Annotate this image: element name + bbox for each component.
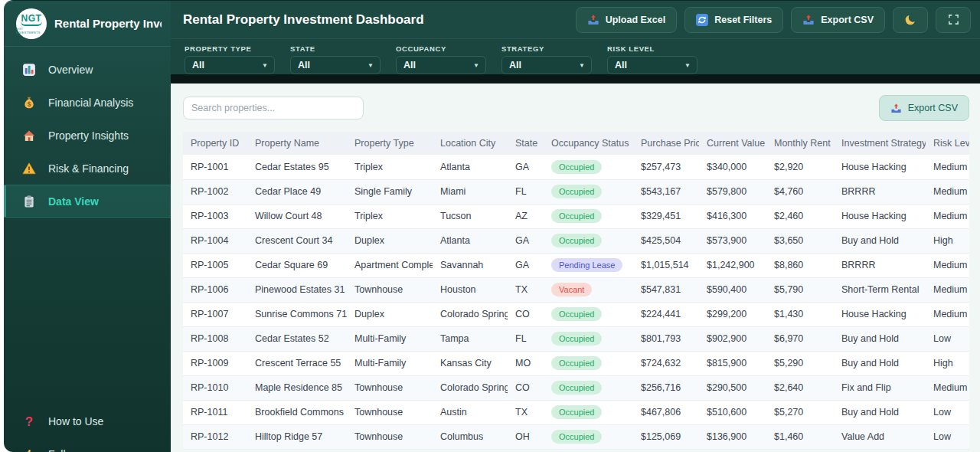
status-badge: Occupied (551, 307, 602, 321)
status-badge: Occupied (551, 185, 602, 198)
sidebar-item-follow[interactable]: Follow (4, 437, 171, 452)
table-cell: RP-1005 (183, 253, 247, 277)
filter-property-type-select[interactable]: All▼ (185, 56, 275, 74)
filter-risk-level-select[interactable]: All▼ (607, 56, 697, 74)
table-cell: Low (926, 400, 969, 424)
table-row: RP-1012Hilltop Ridge 57TownhouseColumbus… (183, 424, 969, 449)
table-cell: Townhouse (347, 424, 433, 449)
occupancy-status-cell: Occupied (544, 155, 633, 179)
table-cell: RP-1003 (183, 204, 247, 228)
table-cell: GA (508, 228, 544, 253)
chevron-down-icon: ▼ (368, 62, 374, 69)
table-cell: $257,473 (633, 155, 699, 179)
filter-risk-level: RISK LEVELAll▼ (607, 42, 697, 74)
table-cell: Buy and Hold (834, 400, 926, 424)
table-cell: GA (508, 155, 544, 179)
table-cell: Crescent Court 34 (247, 228, 347, 253)
table-cell: Colorado Springs (433, 375, 508, 400)
sidebar-item-financial-analysis[interactable]: $Financial Analysis (4, 86, 171, 119)
table-toolbar: Export CSV (183, 95, 969, 121)
filter-occupancy-select[interactable]: All▼ (396, 56, 486, 74)
occupancy-status-cell: Occupied (544, 228, 633, 253)
table-cell: $224,441 (633, 302, 699, 326)
status-badge: Occupied (551, 356, 602, 370)
table-row: RP-1007Sunrise Commons 71DuplexColorado … (183, 302, 969, 326)
theme-toggle-button[interactable] (893, 7, 928, 33)
table-header-row: Property IDProperty NameProperty TypeLoc… (183, 132, 969, 155)
column-header-property-id: Property ID (183, 132, 247, 155)
properties-table: Property IDProperty NameProperty TypeLoc… (183, 132, 969, 450)
table-cell: $2,640 (766, 375, 834, 400)
table-cell: Colorado Springs (433, 302, 508, 326)
table-cell: Pinewood Estates 31 (247, 277, 347, 302)
export-csv-table-button[interactable]: Export CSV (879, 95, 969, 121)
table-row: RP-1008Cedar Estates 52Multi-FamilyTampa… (183, 326, 969, 351)
logo-text: NGT (21, 13, 43, 26)
table-row: RP-1011Brookfield Commons 84TownhouseAus… (183, 400, 969, 424)
filter-strategy-select[interactable]: All▼ (501, 56, 592, 74)
sidebar-title: Rental Property Investment (54, 17, 162, 30)
table-cell: Triplex (347, 155, 433, 179)
table-cell: Apartment Complex (347, 253, 433, 277)
filter-state: STATEAll▼ (290, 42, 381, 74)
sidebar-item-risk-financing[interactable]: Risk & Financing (4, 152, 171, 185)
table-cell: Tucson (433, 204, 508, 228)
chevron-down-icon: ▼ (684, 62, 691, 69)
main-area: Rental Property Investment Dashboard Upl… (171, 1, 980, 452)
table-cell: $467,806 (633, 400, 699, 424)
table-cell: Medium (926, 302, 969, 326)
filter-strategy: STRATEGYAll▼ (501, 42, 592, 74)
company-logo: NGT NGT INVESTMENTS (16, 8, 47, 39)
sidebar-item-overview[interactable]: Overview (4, 53, 171, 86)
sidebar-item-how-to-use[interactable]: ?How to Use (4, 405, 171, 437)
sidebar-item-property-insights[interactable]: Property Insights (4, 119, 171, 152)
search-input[interactable] (183, 97, 364, 120)
table-cell: Medium (926, 253, 969, 277)
occupancy-status-cell: Occupied (544, 351, 633, 375)
status-badge: Pending Lease (551, 258, 622, 272)
table-cell: Miami (433, 179, 508, 204)
status-badge: Occupied (551, 381, 602, 395)
table-cell: FL (508, 326, 544, 351)
table-cell: Brookfield Commons 84 (247, 400, 347, 424)
table-cell: Multi-Family (347, 326, 433, 351)
sidebar-item-label: Data View (48, 195, 99, 208)
status-badge: Occupied (551, 332, 602, 346)
table-cell: Duplex (347, 228, 433, 253)
filter-state-select[interactable]: All▼ (290, 56, 381, 74)
header-actions: Upload ExcelReset FiltersExport CSV (576, 7, 971, 33)
filter-label: STATE (290, 44, 381, 53)
table-cell: RP-1010 (183, 375, 247, 400)
sidebar-item-label: Risk & Financing (48, 162, 129, 175)
table-cell: RP-1004 (183, 228, 247, 253)
table-cell: Savannah (433, 253, 508, 277)
table-cell: $425,504 (633, 228, 699, 253)
upload-tray-icon (802, 14, 815, 26)
status-badge: Occupied (551, 234, 602, 247)
table-cell: $815,900 (699, 351, 766, 375)
table-cell: Columbus (433, 424, 508, 449)
filter-label: PROPERTY TYPE (185, 44, 275, 53)
filter-label: RISK LEVEL (607, 44, 697, 53)
export-csv-button[interactable]: Export CSV (791, 7, 885, 33)
table-cell: MO (508, 351, 544, 375)
logo-subtext: NGT INVESTMENTS (16, 27, 47, 34)
table-cell: Crescent Terrace 55 (247, 351, 347, 375)
table-cell: Medium (926, 204, 969, 228)
sidebar: NGT NGT INVESTMENTS Rental Property Inve… (4, 1, 171, 452)
reset-filters-button[interactable]: Reset Filters (684, 7, 783, 33)
table-cell: $543,167 (633, 179, 699, 204)
table-cell: BRRRR (834, 179, 926, 204)
occupancy-status-cell: Vacant (544, 277, 633, 302)
sidebar-item-data-view[interactable]: Data View (4, 185, 171, 218)
table-cell: CO (508, 302, 544, 326)
upload-excel-button[interactable]: Upload Excel (576, 7, 678, 33)
occupancy-status-cell: Occupied (544, 375, 633, 400)
fullscreen-button[interactable] (936, 7, 971, 33)
column-header-state: State (508, 132, 544, 155)
table-cell: Willow Court 48 (247, 204, 347, 228)
table-cell: $724,632 (633, 351, 699, 375)
column-header-property-name: Property Name (247, 132, 347, 155)
column-header-monthly-rent: Monthly Rent (766, 132, 834, 155)
table-row: RP-1006Pinewood Estates 31TownhouseHoust… (183, 277, 969, 302)
